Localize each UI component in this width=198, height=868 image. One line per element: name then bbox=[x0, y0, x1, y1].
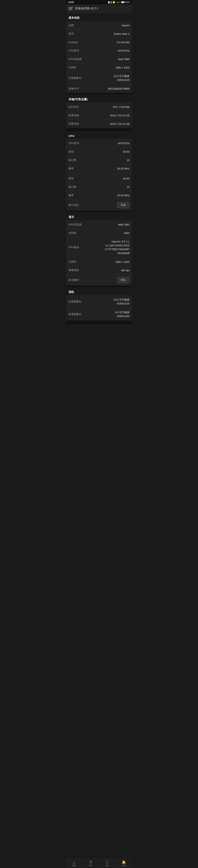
label-front-camera: 前置摄像头 bbox=[68, 313, 81, 316]
row-core-info: 核心信息 查看 bbox=[66, 199, 132, 211]
row-cpu-model: CPU型号 MT6797M bbox=[66, 46, 132, 55]
section-cpu: CPU bbox=[66, 130, 132, 139]
label-cpu-model-2: CPU型号 bbox=[68, 142, 79, 145]
label-rear-camera-2: 后置摄像头 bbox=[68, 300, 81, 303]
row-front-camera: 前置摄像头 4.9 百万像素2560x1920 bbox=[66, 308, 132, 320]
label-cpu-type-1: 类型 bbox=[68, 150, 74, 153]
label-dpi: 屏幕密度 bbox=[68, 269, 79, 272]
value-rear-camera: 13.0 百万像素4160x3120 bbox=[113, 74, 130, 82]
battery-percent: 92% bbox=[126, 1, 130, 3]
label-resolution: 分辨率 bbox=[68, 66, 76, 69]
label-cpu-cores-2: 核心数 bbox=[68, 185, 76, 189]
value-cpu-freq-1: 26.00 MHz bbox=[117, 167, 130, 170]
label-cpu-cores-1: 核心数 bbox=[68, 158, 76, 162]
label-gpu-renderer-2: GPU渲染器 bbox=[68, 223, 82, 226]
row-gpu-vendor: 供应商 ARM bbox=[66, 229, 132, 237]
cpu-section: CPU型号 MT6797M 类型 64-bit 核心数 10 频率 26.00 … bbox=[66, 139, 132, 211]
row-builtin-storage: 内置存储 49.61 / 53.14 GB bbox=[66, 120, 132, 128]
battery-icon bbox=[121, 1, 125, 3]
label-multitouch: 多点触控 bbox=[68, 278, 79, 282]
gap-3 bbox=[66, 211, 132, 212]
value-display-resolution: 1080 x 1920 bbox=[115, 260, 130, 264]
value-cpu-model-2: MT6797M bbox=[118, 142, 130, 145]
value-cpu-freq-2: 26.00 MHz bbox=[117, 194, 130, 197]
gap-2 bbox=[66, 128, 132, 130]
row-cpu-freq-2: 频率 26.00 MHz bbox=[66, 191, 132, 199]
storage-section: 运行内存 976 / 2718 MB 机身存储 49.61 / 53.14 GB… bbox=[66, 103, 132, 128]
content-area: 基本信息 品牌 Xiaomi 型号 Redmi Note 4 Android 6… bbox=[66, 13, 132, 335]
row-display-resolution: 分辨率 1080 x 1920 bbox=[66, 258, 132, 266]
label-gpu-version: GPU版本 bbox=[68, 246, 79, 249]
label-cpu-freq-1: 频率 bbox=[68, 167, 74, 170]
bottom-spacer bbox=[66, 320, 132, 324]
status-bar: 14:03 ▐▌▐ 📶 ▲▼ 92% bbox=[66, 0, 132, 4]
value-android: 6.0 (64-bit) bbox=[117, 41, 130, 44]
label-core-info: 核心信息 bbox=[68, 204, 79, 207]
row-gpu-renderer: GPU渲染器 Mali-T880 bbox=[66, 55, 132, 63]
row-model: 型号 Redmi Note 4 bbox=[66, 30, 132, 38]
label-cpu-type-2: 类型 bbox=[68, 177, 74, 180]
basic-info-section: 品牌 Xiaomi 型号 Redmi Note 4 Android 6.0 (6… bbox=[66, 21, 132, 93]
network-icon: ▲▼ bbox=[116, 1, 120, 3]
label-gpu-vendor: 供应商 bbox=[68, 231, 76, 235]
section-display: 显示 bbox=[66, 212, 132, 220]
menu-button[interactable] bbox=[68, 7, 72, 10]
label-device-sn: 设备串号 bbox=[68, 87, 79, 90]
app-header: 安兔兔评测 v6.2.1 bbox=[66, 4, 132, 13]
row-cpu-model-2: CPU型号 MT6797M bbox=[66, 139, 132, 148]
label-cpu-model: CPU型号 bbox=[68, 49, 79, 53]
value-model: Redmi Note 4 bbox=[114, 32, 130, 35]
value-cpu-type-1: 64-bit bbox=[123, 150, 130, 153]
label-display-resolution: 分辨率 bbox=[68, 260, 76, 264]
row-gpu-version: GPU版本 OpenGL ES 3.1v1.r7p0-02rel0.c2815c… bbox=[66, 237, 132, 258]
label-builtin-storage: 内置存储 bbox=[68, 122, 79, 126]
row-multitouch: 多点触控 测试 bbox=[66, 275, 132, 285]
row-brand: 品牌 Xiaomi bbox=[66, 21, 132, 30]
section-camera: 相机 bbox=[66, 287, 132, 296]
row-dpi: 屏幕密度 480 dpi bbox=[66, 266, 132, 275]
status-icons: ▐▌▐ 📶 ▲▼ 92% bbox=[108, 1, 130, 3]
value-front-camera: 4.9 百万像素2560x1920 bbox=[115, 310, 130, 318]
value-gpu-version: OpenGL ES 3.1v1.r7p0-02rel0.c2815c77377f… bbox=[105, 240, 130, 255]
test-touch-button[interactable]: 测试 bbox=[117, 277, 130, 283]
row-rear-camera-2: 后置摄像头 13.0 百万像素4160x3120 bbox=[66, 296, 132, 308]
section-storage: 存储(可用/总量) bbox=[66, 94, 132, 103]
value-cpu-cores-2: 10 bbox=[126, 185, 130, 188]
value-resolution: 1080 x 1920 bbox=[115, 66, 130, 69]
row-ram: 运行内存 976 / 2718 MB bbox=[66, 103, 132, 111]
value-cpu-type-2: 64-bit bbox=[123, 177, 130, 180]
value-ram: 976 / 2718 MB bbox=[113, 105, 130, 108]
row-separator bbox=[66, 173, 132, 174]
value-gpu-renderer: Mali-T880 bbox=[118, 58, 130, 61]
wifi-icon: 📶 bbox=[113, 1, 115, 3]
label-ram: 运行内存 bbox=[68, 105, 79, 109]
row-android: Android 6.0 (64-bit) bbox=[66, 38, 132, 46]
check-core-button[interactable]: 查看 bbox=[117, 202, 130, 208]
value-dpi: 480 dpi bbox=[121, 269, 130, 272]
time: 14:03 bbox=[68, 1, 74, 3]
row-internal-storage: 机身存储 49.61 / 53.14 GB bbox=[66, 111, 132, 120]
value-gpu-vendor: ARM bbox=[124, 232, 130, 235]
row-cpu-cores-2: 核心数 10 bbox=[66, 183, 132, 191]
label-rear-camera: 后置摄像头 bbox=[68, 76, 81, 80]
row-cpu-cores-1: 核心数 10 bbox=[66, 156, 132, 164]
row-cpu-type-1: 类型 64-bit bbox=[66, 148, 132, 156]
gap-4 bbox=[66, 285, 132, 287]
row-rear-camera: 后置摄像头 13.0 百万像素4160x3120 bbox=[66, 72, 132, 85]
row-resolution: 分辨率 1080 x 1920 bbox=[66, 63, 132, 72]
label-internal-storage: 机身存储 bbox=[68, 114, 79, 117]
label-android: Android bbox=[68, 41, 77, 44]
signal-icon: ▐▌▐ bbox=[108, 1, 111, 3]
label-brand: 品牌 bbox=[68, 24, 74, 27]
value-builtin-storage: 49.61 / 53.14 GB bbox=[110, 122, 130, 125]
label-gpu-renderer: GPU渲染器 bbox=[68, 58, 82, 61]
gap-1 bbox=[66, 93, 132, 94]
display-section: GPU渲染器 Mali-T880 供应商 ARM GPU版本 OpenGL ES… bbox=[66, 220, 132, 285]
value-cpu-cores-1: 10 bbox=[126, 159, 130, 162]
value-device-sn: 861206039276689 bbox=[108, 87, 130, 90]
value-brand: Xiaomi bbox=[121, 24, 130, 27]
value-gpu-renderer-2: Mali-T880 bbox=[118, 223, 130, 226]
section-basic-info: 基本信息 bbox=[66, 13, 132, 21]
app-title: 安兔兔评测 v6.2.1 bbox=[75, 7, 98, 10]
row-device-sn: 设备串号 861206039276689 bbox=[66, 85, 132, 93]
